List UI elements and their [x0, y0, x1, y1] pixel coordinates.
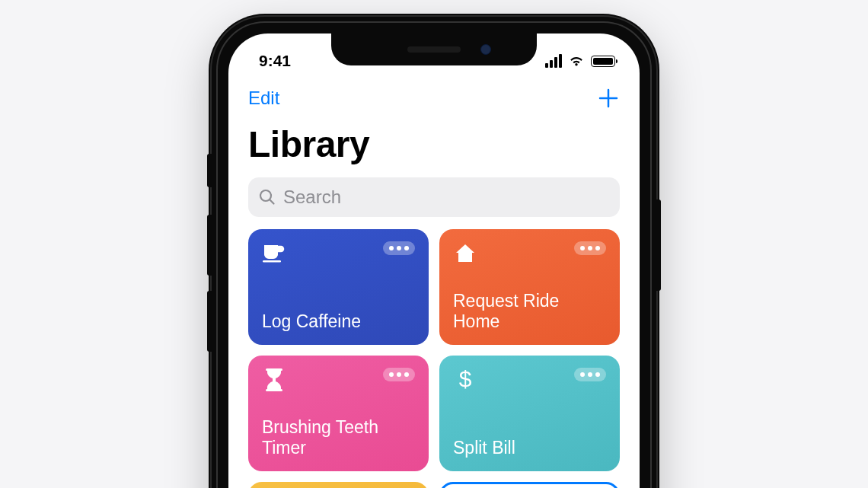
- page-title: Library: [228, 117, 640, 177]
- phone-frame: 9:41 Edit Library: [212, 17, 656, 488]
- more-button[interactable]: [383, 241, 415, 255]
- wifi-icon: [568, 55, 585, 67]
- side-button-right: [656, 199, 661, 291]
- shortcut-card-brushing-teeth-timer[interactable]: Brushing Teeth Timer: [248, 356, 429, 471]
- svg-text:$: $: [459, 368, 472, 391]
- dollar-icon: $: [453, 368, 477, 392]
- shortcut-label: Split Bill: [453, 438, 606, 459]
- svg-rect-3: [266, 389, 282, 391]
- cellular-signal-icon: [545, 54, 562, 68]
- more-button[interactable]: [574, 368, 606, 381]
- speaker-grille: [407, 46, 461, 53]
- shortcut-card-log-caffeine[interactable]: Log Caffeine: [248, 229, 429, 345]
- notch: [331, 33, 537, 65]
- shortcut-card-request-ride-home[interactable]: Request Ride Home: [439, 229, 620, 345]
- shortcut-label: Log Caffeine: [262, 311, 415, 333]
- search-placeholder: Search: [283, 187, 341, 208]
- more-button[interactable]: [574, 241, 606, 255]
- search-icon: [259, 189, 276, 206]
- shortcut-label: Request Ride Home: [453, 291, 606, 333]
- home-icon: [453, 241, 477, 266]
- svg-rect-2: [266, 368, 282, 371]
- shortcuts-grid: Log Caffeine Request Ride Home: [228, 229, 640, 488]
- front-camera: [480, 44, 491, 55]
- more-button[interactable]: [383, 368, 415, 381]
- shortcut-card-split-bill[interactable]: $ Split Bill: [439, 356, 620, 471]
- shortcut-label: Brushing Teeth Timer: [262, 417, 415, 459]
- shortcut-card-add-new[interactable]: [439, 482, 620, 488]
- edit-button[interactable]: Edit: [248, 88, 279, 109]
- svg-rect-1: [263, 260, 281, 263]
- cup-icon: [262, 241, 286, 266]
- add-button[interactable]: [597, 87, 620, 110]
- battery-icon: [591, 56, 615, 67]
- plus-icon: [597, 87, 620, 110]
- status-time: 9:41: [259, 52, 291, 70]
- hourglass-icon: [262, 368, 286, 392]
- shortcut-card-yellow[interactable]: [248, 482, 429, 488]
- phone-screen: 9:41 Edit Library: [228, 33, 640, 488]
- search-input[interactable]: Search: [248, 177, 620, 217]
- nav-bar: Edit: [228, 75, 640, 117]
